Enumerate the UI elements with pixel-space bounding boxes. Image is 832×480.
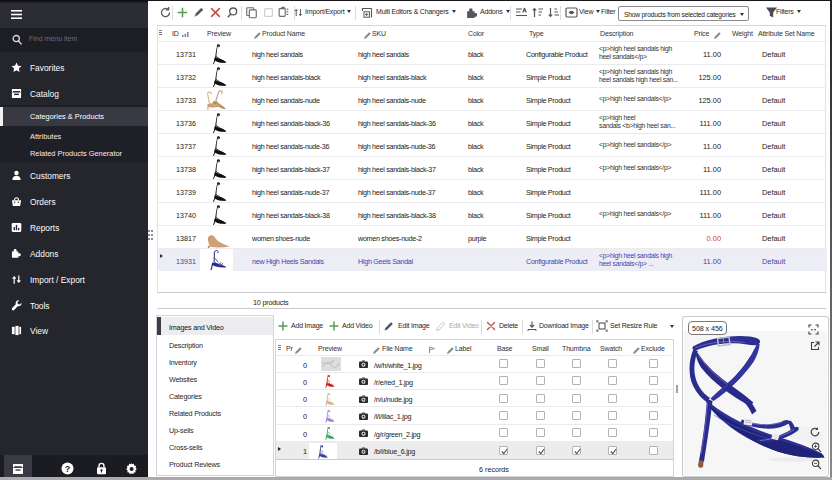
svg-text:?: ? [65,464,71,474]
